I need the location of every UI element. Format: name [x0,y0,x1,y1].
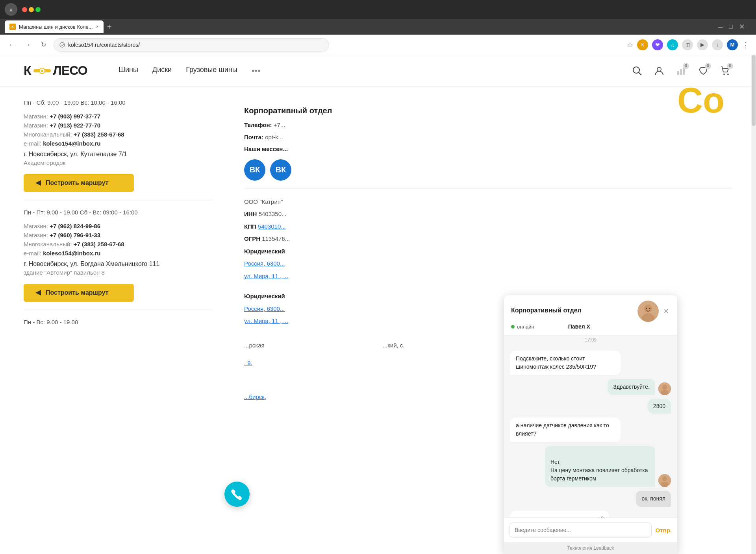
ext-shazam-btn[interactable]: ♫ [667,39,678,50]
active-tab[interactable]: К Магазины шин и дисков Коле... × [5,20,104,33]
browser-menu-btn[interactable]: ⋮ [742,40,750,50]
partial-link[interactable]: . 9. [244,358,252,368]
chat-input-field[interactable] [510,523,652,537]
chat-footer: Технология Leadback [504,542,677,554]
site-logo[interactable]: К ЛЕСО [24,63,87,78]
nav-truck[interactable]: Грузовые шины [186,66,237,76]
divider3 [244,188,732,189]
ext-heart-btn[interactable]: ❤ [652,39,663,50]
browser-extensions: ☆ К ❤ ♫ ◫ ▶ ↓ M ⋮ [627,39,750,50]
corp-email: opt-k... [265,134,283,140]
corp-email-label: Почта: [244,134,263,140]
corp-phone-label: Телефон: [244,122,272,128]
store2-address: г. Новосибирск, ул. Богдана Хмельницкого… [24,260,213,268]
legal-addr-russia: Россия, 6300... [244,259,732,269]
browser-chrome: ▲ [0,0,756,19]
bookmark-icon[interactable]: ☆ [627,41,633,49]
msg-7: и еще плюс стоимость грузов, да? [510,511,671,517]
ext-download-btn[interactable]: ↓ [712,39,723,50]
vk-btn-1[interactable]: ВК [244,159,265,181]
tab-close-btn[interactable]: × [96,24,99,30]
online-dot [511,325,515,329]
route-icon [35,179,42,187]
chat-messages: Подскажите, сколько стоит шиномонтаж кол… [504,344,677,517]
store1-route-label: Построить маршрут [46,179,108,187]
msg-4-bubble: а наличие датчиков давления как то влияе… [510,417,621,442]
svg-point-17 [646,308,647,309]
phone-float-btn[interactable] [224,482,250,507]
search-icon [632,66,642,76]
scrollbar-thumb[interactable] [752,55,756,126]
store2-route-btn[interactable]: Построить маршрут [24,284,134,302]
chat-header-top: Корпоративный отдел [511,301,670,322]
window-maximize[interactable] [35,7,41,12]
profile-btn[interactable]: M [727,39,738,50]
ext-translate-btn[interactable]: ▶ [697,39,708,50]
reload-btn[interactable]: ↻ [38,39,49,50]
page-scrollbar[interactable] [751,55,756,554]
store2-email: e-mail: koleso154@inbox.ru [24,250,213,257]
chat-timestamp: 17:09 [504,336,677,344]
store2-section: Пн - Пт: 9.00 - 19.00 Сб - Вс: 09:00 - 1… [24,208,213,257]
msg-5-text: Нет. На цену монтажа повлияет обработка … [550,459,648,482]
store1-route-btn[interactable]: Построить маршрут [24,174,134,192]
window-restore-btn[interactable]: □ [729,23,733,30]
vk-label-1: ВК [250,165,260,174]
window-close-btn[interactable]: ✕ [739,22,745,31]
vk-btn-2[interactable]: ВК [270,159,291,181]
logo-k: К [24,63,31,78]
kpp-line: КПП 5403010... [244,222,732,232]
vk-label-2: ВК [276,165,286,174]
agent-msg-avatar2 [658,474,671,487]
chat-close-btn[interactable]: × [662,305,670,318]
tab-favicon: К [9,24,16,30]
corp-messengers-label: Наши мессен... [244,146,288,152]
svg-point-18 [649,308,650,309]
svg-point-6 [657,67,661,71]
wishlist-icon-btn[interactable]: 0 [696,64,710,78]
svg-point-11 [727,74,729,75]
forward-btn[interactable]: → [22,39,33,50]
ext-koleso-btn[interactable]: К [637,39,648,50]
chat-header-content: Корпоративный отдел [511,301,670,330]
ext-share-btn[interactable]: ◫ [682,39,693,50]
msg-6: ок, понял [510,491,671,507]
main-nav: Шины Диски Грузовые шины ••• [119,66,261,76]
msg-6-text: ок, понял [641,495,665,502]
svg-point-10 [723,74,725,75]
search-icon-btn[interactable] [630,64,644,78]
compare-icon-btn[interactable]: 0 [674,64,688,78]
nav-tires[interactable]: Шины [119,66,138,76]
store1-multichannel: Многоканальный: +7 (383) 258-67-68 [24,131,213,138]
cart-badge: 0 [727,63,733,69]
left-column: Пн - Сб: 9.00 - 19.00 Вс: 10:00 - 16:00 … [24,98,228,410]
msg-5-avatar [658,474,671,487]
new-tab-btn[interactable]: + [104,21,115,33]
tab-title: Магазины шин и дисков Коле... [19,24,93,30]
nav-more[interactable]: ••• [252,66,261,76]
inn-line: ИНН 5403350... [244,209,732,219]
window-minimize-btn[interactable]: – [718,22,723,31]
cart-icon-btn[interactable]: 0 [718,64,732,78]
back-btn[interactable]: ← [6,39,17,50]
security-icon [59,42,65,48]
store3-section: Пн - Вс: 9.00 - 19.00 [24,318,213,326]
spacer [244,283,732,291]
nav-discs[interactable]: Диски [152,66,172,76]
window-close[interactable] [22,7,27,12]
agent-avatar-img [637,301,659,322]
window-minimize[interactable] [29,7,34,12]
account-icon-btn[interactable] [652,64,666,78]
chat-header-right: × [637,301,670,322]
url-display: koleso154.ru/contacts/stores/ [68,42,140,48]
send-button[interactable]: Отпр. [656,527,672,534]
partial-right: ...кий, с. [383,340,405,351]
store1-address: г. Новосибирск, ул. Кутателадзе 7/1 [24,151,213,158]
chat-input-area: Отпр. [504,517,677,542]
phone-icon [231,488,243,500]
window-control-back[interactable]: ▲ [5,3,17,16]
address-bar[interactable]: koleso154.ru/contacts/stores/ [54,38,329,52]
msg-5: Нет. На цену монтажа повлияет обработка … [510,446,671,487]
store2-hours: Пн - Пт: 9.00 - 19.00 Сб - Вс: 09:00 - 1… [24,208,213,216]
svg-rect-7 [677,71,679,75]
